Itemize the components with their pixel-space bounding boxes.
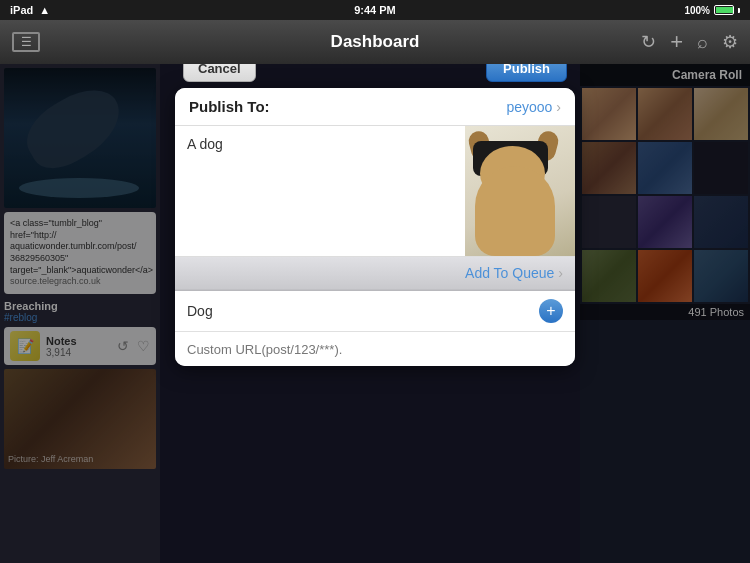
account-name: peyooo — [506, 99, 552, 115]
status-time: 9:44 PM — [354, 4, 396, 16]
post-text-input[interactable]: A dog — [175, 126, 465, 256]
queue-chevron-icon: › — [558, 265, 563, 281]
add-to-queue-text: Add To Queue › — [465, 265, 563, 281]
settings-icon[interactable]: ⚙ — [722, 31, 738, 53]
dog-body — [475, 166, 555, 256]
battery-percent: 100% — [684, 5, 710, 16]
carrier-label: iPad — [10, 4, 33, 16]
nav-bar: ☰ Dashboard ↻ + ⌕ ⚙ — [0, 20, 750, 64]
dialog-body: Publish To: peyooo › A dog Add To Queu — [175, 88, 575, 366]
status-right: 100% — [684, 5, 740, 16]
wifi-icon: ▲ — [39, 4, 50, 16]
search-icon[interactable]: ⌕ — [697, 32, 708, 53]
add-to-queue-row[interactable]: Add To Queue › — [175, 257, 575, 290]
add-tag-button[interactable]: + — [539, 299, 563, 323]
battery-fill — [716, 7, 733, 13]
publish-to-label: Publish To: — [189, 98, 270, 115]
publish-to-row: Publish To: peyooo › — [175, 88, 575, 126]
status-bar: iPad ▲ 9:44 PM 100% — [0, 0, 750, 20]
url-row — [175, 332, 575, 366]
book-icon[interactable]: ☰ — [12, 32, 40, 52]
status-left: iPad ▲ — [10, 4, 50, 16]
post-image — [465, 126, 575, 256]
battery-icon — [714, 5, 734, 15]
content-area: A dog — [175, 126, 575, 257]
queue-section: Add To Queue › — [175, 257, 575, 291]
tag-row: Dog + — [175, 291, 575, 332]
tag-value: Dog — [187, 303, 213, 319]
nav-icons: ↻ + ⌕ ⚙ — [641, 29, 738, 55]
add-to-queue-label: Add To Queue — [465, 265, 554, 281]
nav-title: Dashboard — [331, 32, 420, 52]
add-icon[interactable]: + — [670, 29, 683, 55]
custom-url-input[interactable] — [187, 342, 563, 357]
chevron-right-icon: › — [556, 99, 561, 115]
publish-dialog: Cancel Publish Publish To: peyooo › A do… — [175, 55, 575, 366]
battery-tip — [738, 8, 740, 13]
account-selector[interactable]: peyooo › — [506, 99, 561, 115]
refresh-icon[interactable]: ↻ — [641, 31, 656, 53]
